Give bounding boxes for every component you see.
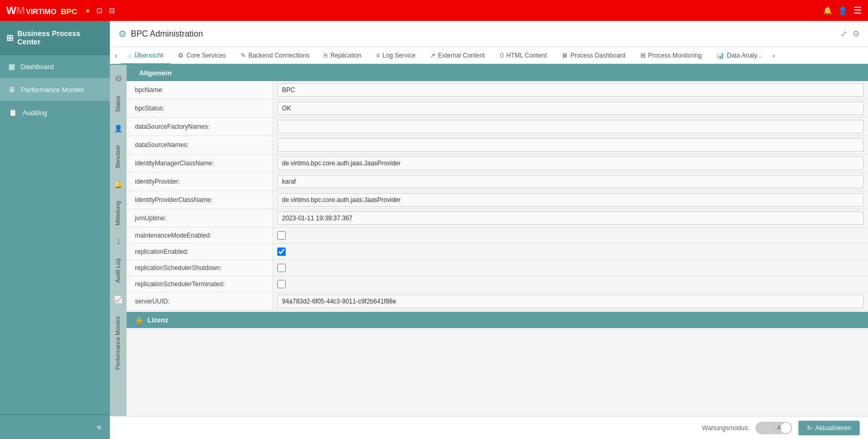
input-bpcstatus[interactable] bbox=[277, 102, 864, 115]
pc-tab-icon: 🖥 bbox=[561, 52, 568, 59]
tab-label-external-content: External Content bbox=[438, 52, 484, 59]
checkbox-maintenancemodeenabled[interactable] bbox=[277, 231, 286, 240]
label-maintenancemodeenabled: maintenanceModeEnabled: bbox=[127, 228, 273, 243]
side-tab-benutzer[interactable]: Benutzer bbox=[111, 137, 126, 176]
label-datasourcefactorynames: dataSourceFactoryNames: bbox=[127, 118, 273, 136]
tab-label-process-monitoring: Process Monitoring bbox=[648, 52, 702, 59]
sidebar-item-auditlog[interactable]: 📋 Auditlog bbox=[0, 101, 110, 124]
tab-scroll-left-button[interactable]: ‹ bbox=[112, 47, 121, 64]
field-replicationschedulerterminated: replicationSchedulerTerminated: bbox=[127, 276, 868, 292]
side-tab-performance-monitor[interactable]: Performance Monitor bbox=[111, 308, 126, 378]
tab-data-analysis[interactable]: 📊 Data Analy... bbox=[709, 48, 769, 65]
input-identitymanagerclassname[interactable] bbox=[277, 156, 864, 170]
user-avatar[interactable]: 👤 bbox=[838, 6, 847, 15]
page-header-icons: ⤢ ⚙ bbox=[840, 29, 860, 39]
section-lizenz-title: Lizenz bbox=[148, 316, 168, 324]
tab-label-core-services: Core Services bbox=[186, 52, 226, 59]
tab-core-services[interactable]: ⚙ Core Services bbox=[171, 48, 233, 65]
tab-scroll-right-button[interactable]: › bbox=[769, 47, 778, 64]
wartungsmodus-label: Wartungsmodus: bbox=[702, 424, 749, 432]
bell-notification-icon[interactable]: 🔔 bbox=[823, 6, 832, 15]
tab-replication[interactable]: ⎘ Replication bbox=[317, 48, 368, 65]
field-maintenancemodeenabled: maintenanceModeEnabled: bbox=[127, 228, 868, 244]
sidebar-item-label-auditlog: Auditlog bbox=[22, 109, 47, 117]
home-tab-icon: ⌂ bbox=[128, 52, 132, 59]
section-lizenz-header: 🔒 Lizenz bbox=[127, 312, 868, 328]
field-datasourcenames: dataSourceNames: bbox=[127, 136, 868, 154]
tab-label-log-service: Log Service bbox=[382, 52, 415, 59]
sidebar-title: Business Process Center bbox=[17, 29, 104, 46]
value-datasourcenames bbox=[273, 136, 868, 154]
input-identityprovider[interactable] bbox=[277, 175, 864, 188]
tab-external-content[interactable]: ↗ External Content bbox=[423, 48, 492, 65]
sidebar-item-dashboard[interactable]: ▦ Dashboard bbox=[0, 55, 110, 78]
tab-label-backend-connections: Backend Connections bbox=[249, 52, 310, 59]
side-tab-status[interactable]: Status bbox=[111, 87, 126, 120]
value-replicationschedulerterminated bbox=[273, 276, 868, 292]
value-jvmuptime bbox=[273, 209, 868, 227]
audit-icon: 📋 bbox=[8, 108, 17, 117]
app-layout: ⊞ Business Process Center ▦ Dashboard 🖥 … bbox=[0, 21, 868, 439]
tab-log-service[interactable]: ≡ Log Service bbox=[369, 48, 423, 65]
sidebar-collapse-button[interactable]: « bbox=[93, 420, 106, 434]
circle-icon[interactable]: ● bbox=[86, 6, 90, 15]
bottom-bar: Wartungsmodus: AUS ↻ Aktualisieren bbox=[110, 416, 868, 439]
input-jvmuptime[interactable] bbox=[277, 211, 864, 225]
chart-tab-icon: 📊 bbox=[716, 52, 724, 59]
tab-ubersicht[interactable]: ⌂ Übersicht bbox=[121, 48, 171, 65]
value-datasourcefactorynames bbox=[273, 118, 868, 136]
form-area: Allgemein bpcName: bpcStatus: bbox=[127, 65, 868, 416]
value-identityproviderclassname bbox=[273, 191, 868, 209]
checkbox-replicationschedulershutdown[interactable] bbox=[277, 264, 286, 272]
hamburger-menu-icon[interactable]: ☰ bbox=[853, 5, 862, 16]
top-bar-icons: ● ⊡ ⊟ bbox=[86, 6, 115, 15]
sidebar-item-label-performance-monitor: Performance Monitor bbox=[21, 86, 84, 94]
label-serveruuid: serverUUID: bbox=[127, 292, 273, 310]
sidebar-item-performance-monitor[interactable]: 🖥 Performance Monitor bbox=[0, 78, 110, 101]
page-title: BPC Administration bbox=[131, 29, 203, 39]
value-maintenancemodeenabled bbox=[273, 228, 868, 243]
main-content: ⚙ BPC Administration ⤢ ⚙ ‹ ⌂ Übersicht ⚙… bbox=[110, 21, 868, 439]
window-icon[interactable]: ⊟ bbox=[109, 6, 115, 15]
table-tab-icon: ⊞ bbox=[640, 52, 646, 59]
label-replicationschedulerterminated: replicationSchedulerTerminated: bbox=[127, 276, 273, 292]
tab-process-dashboard[interactable]: 🖥 Process Dashboard bbox=[554, 48, 633, 65]
value-identitymanagerclassname bbox=[273, 154, 868, 172]
aktualisieren-button[interactable]: ↻ Aktualisieren bbox=[798, 421, 860, 435]
tab-backend-connections[interactable]: ✎ Backend Connections bbox=[233, 48, 317, 65]
checkbox-replicationenabled[interactable] bbox=[277, 247, 286, 256]
logo-virtimo: VIRTIMO bbox=[26, 7, 57, 16]
gear-tab-icon: ⚙ bbox=[178, 52, 184, 59]
import-side-icon: ⤵ bbox=[117, 238, 120, 246]
logo-m: M bbox=[16, 5, 25, 17]
input-datasourcenames[interactable] bbox=[277, 138, 864, 152]
input-identityproviderclassname[interactable] bbox=[277, 193, 864, 207]
input-serveruuid[interactable] bbox=[277, 295, 864, 308]
label-datasourcenames: dataSourceNames: bbox=[127, 136, 273, 154]
field-serveruuid: serverUUID: bbox=[127, 292, 868, 311]
expand-icon[interactable]: ⊡ bbox=[96, 6, 103, 15]
checkbox-replicationschedulerterminated[interactable] bbox=[277, 280, 286, 288]
html-tab-icon: ⟨⟩ bbox=[500, 52, 504, 59]
user-side-icon: 👤 bbox=[114, 125, 122, 132]
wartungsmodus-toggle[interactable]: AUS bbox=[756, 422, 792, 434]
toggle-knob bbox=[781, 423, 791, 433]
plug-tab-icon: ✎ bbox=[241, 52, 246, 59]
lock-section-icon: 🔒 bbox=[135, 316, 143, 324]
input-bpcname[interactable] bbox=[277, 83, 864, 97]
input-datasourcefactorynames[interactable] bbox=[277, 120, 864, 133]
tab-html-content[interactable]: ⟨⟩ HTML Content bbox=[492, 48, 555, 65]
value-serveruuid bbox=[273, 292, 868, 310]
tab-process-monitoring[interactable]: ⊞ Process Monitoring bbox=[633, 48, 709, 65]
top-bar: WM VIRTIMO BPC ● ⊡ ⊟ 🔔 👤 ☰ bbox=[0, 0, 868, 21]
refresh-icon: ↻ bbox=[807, 424, 812, 432]
side-tab-audit-log[interactable]: Audit Log bbox=[111, 250, 126, 291]
list-tab-icon: ≡ bbox=[376, 52, 380, 59]
label-jvmuptime: jvmUptime: bbox=[127, 209, 273, 227]
page-expand-icon[interactable]: ⤢ bbox=[840, 29, 847, 39]
page-settings-icon[interactable]: ⚙ bbox=[852, 29, 860, 39]
side-tabs: ⊖ Status 👤 Benutzer 🔔 Mitteilung ⤵ Audit… bbox=[110, 65, 127, 416]
side-tab-mitteilung[interactable]: Mitteilung bbox=[111, 193, 126, 234]
label-replicationenabled: replicationEnabled: bbox=[127, 244, 273, 260]
value-replicationschedulershutdown bbox=[273, 260, 868, 276]
